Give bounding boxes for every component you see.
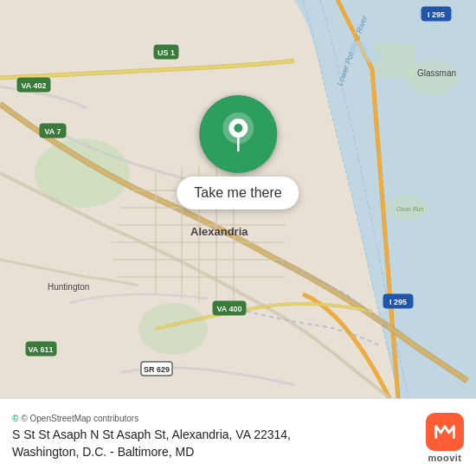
- take-me-there-button[interactable]: Take me there: [177, 177, 299, 209]
- address-line2: Washington, D.C. - Baltimore, MD: [12, 445, 194, 459]
- svg-text:Alexandria: Alexandria: [190, 225, 248, 238]
- svg-text:Oxon Run: Oxon Run: [396, 206, 424, 212]
- svg-text:US 1: US 1: [158, 48, 175, 57]
- svg-text:I 295: I 295: [428, 10, 445, 19]
- svg-text:VA 400: VA 400: [216, 305, 241, 313]
- svg-text:SR 629: SR 629: [144, 365, 170, 374]
- moovit-label: moovit: [428, 453, 461, 463]
- svg-text:Huntington: Huntington: [48, 282, 89, 292]
- moovit-symbol: [433, 420, 457, 444]
- svg-point-5: [407, 61, 459, 95]
- svg-point-3: [138, 303, 208, 355]
- svg-text:VA 611: VA 611: [28, 345, 53, 354]
- svg-text:VA 402: VA 402: [21, 81, 46, 90]
- moovit-logo: moovit: [426, 413, 464, 463]
- svg-point-42: [234, 124, 242, 132]
- address-info: © © OpenStreetMap contributors S St St A…: [12, 414, 417, 460]
- svg-point-20: [363, 50, 381, 62]
- moovit-icon: [426, 413, 464, 451]
- svg-text:I 295: I 295: [389, 298, 407, 306]
- svg-text:Glassman: Glassman: [417, 68, 456, 78]
- map-pin: [199, 95, 277, 173]
- map-area: Lower Potomac River Oxon Run: [0, 0, 476, 398]
- osm-logo: ©: [12, 414, 18, 423]
- osm-attribution: © © OpenStreetMap contributors: [12, 414, 417, 423]
- address-line1: S St St Asaph N St Asaph St, Alexandria,…: [12, 428, 291, 441]
- address-text: S St St Asaph N St Asaph St, Alexandria,…: [12, 427, 417, 460]
- svg-text:VA 7: VA 7: [44, 127, 61, 136]
- bottom-info-bar: © © OpenStreetMap contributors S St St A…: [0, 398, 476, 476]
- navigation-bubble: Take me there: [177, 95, 299, 209]
- osm-text: © OpenStreetMap contributors: [21, 414, 138, 423]
- pin-icon: [221, 113, 255, 156]
